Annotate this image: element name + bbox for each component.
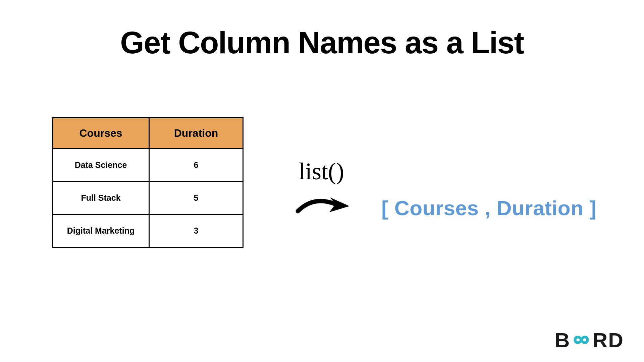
logo-text-left: B	[555, 328, 571, 352]
header-duration: Duration	[149, 118, 243, 149]
logo-text-right: RD	[592, 328, 624, 352]
cell-course: Digital Marketing	[53, 215, 149, 247]
cell-course: Data Science	[53, 149, 149, 182]
page-title: Get Column Names as a List	[0, 25, 644, 60]
table-row: Full Stack 5	[53, 182, 243, 215]
brand-logo: B RD	[555, 328, 624, 352]
cell-duration: 6	[149, 149, 243, 182]
courses-table: Courses Duration Data Science 6 Full Sta…	[52, 117, 244, 248]
cell-duration: 5	[149, 182, 243, 215]
table-header-row: Courses Duration	[53, 118, 243, 149]
table-row: Data Science 6	[53, 149, 243, 182]
output-list: [ Courses , Duration ]	[381, 196, 596, 220]
function-label: list()	[299, 158, 344, 185]
cell-duration: 3	[149, 215, 243, 247]
arrow-icon	[295, 193, 352, 218]
input-table: Courses Duration Data Science 6 Full Sta…	[52, 117, 244, 248]
infinity-icon	[569, 328, 594, 352]
header-courses: Courses	[53, 118, 149, 149]
table-row: Digital Marketing 3	[53, 215, 243, 247]
cell-course: Full Stack	[53, 182, 149, 215]
